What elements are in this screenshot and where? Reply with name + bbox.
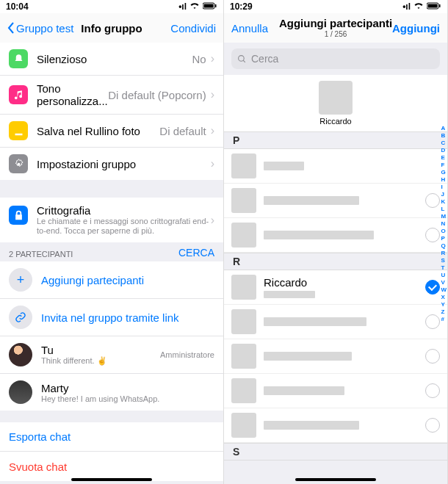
invite-link-label: Invita nel gruppo tramite link	[41, 311, 179, 324]
avatar	[231, 413, 256, 438]
radio-unchecked[interactable]	[425, 314, 440, 329]
member-status: Think different. ✌️	[41, 356, 160, 366]
alpha-F[interactable]: F	[441, 162, 447, 169]
battery-icon	[427, 1, 441, 12]
export-chat-button[interactable]: Esporta chat	[0, 422, 223, 452]
alpha-Y[interactable]: Y	[441, 301, 447, 308]
alpha-U[interactable]: U	[441, 272, 447, 279]
radio-unchecked[interactable]	[425, 193, 440, 208]
redacted-name	[264, 386, 344, 395]
alpha-D[interactable]: D	[441, 147, 447, 154]
alpha-L[interactable]: L	[441, 206, 447, 213]
search-participants-button[interactable]: CERCA	[178, 247, 214, 259]
radio-unchecked[interactable]	[425, 418, 440, 433]
alpha-Q[interactable]: Q	[441, 242, 447, 250]
cancel-button[interactable]: Annulla	[231, 22, 268, 35]
redacted-name	[264, 352, 352, 361]
row-label: Silenzioso	[37, 53, 192, 65]
alpha-Z[interactable]: Z	[441, 308, 447, 316]
alpha-T[interactable]: T	[441, 264, 447, 272]
section-header-R: R	[224, 253, 447, 270]
alpha-S[interactable]: S	[441, 257, 447, 264]
invite-link-button[interactable]: Invita nel gruppo tramite link	[0, 299, 223, 336]
avatar	[231, 378, 256, 403]
contact-row[interactable]	[224, 339, 447, 374]
alpha-A[interactable]: A	[441, 125, 447, 132]
status-right: •ıl	[178, 1, 217, 12]
contact-row[interactable]	[224, 218, 447, 253]
plus-icon: +	[9, 268, 32, 292]
avatar	[319, 81, 353, 115]
alpha-K[interactable]: K	[441, 198, 447, 206]
redacted-name	[264, 196, 359, 205]
search-input[interactable]: Cerca	[231, 48, 440, 69]
alpha-C[interactable]: C	[441, 140, 447, 147]
encryption-row[interactable]: Crittografia Le chiamate e i messaggi so…	[0, 198, 223, 242]
alpha-G[interactable]: G	[441, 169, 447, 176]
back-button[interactable]: Gruppo test	[7, 22, 73, 35]
settings-list: Silenzioso No › Tono personalizza... Di …	[0, 43, 223, 180]
share-button[interactable]: Condividi	[170, 22, 216, 35]
svg-rect-2	[215, 4, 217, 7]
selected-contact-chip[interactable]: Riccardo	[224, 75, 447, 131]
add-button[interactable]: Aggiungi	[392, 22, 440, 35]
alpha-M[interactable]: M	[441, 213, 447, 220]
radio-checked[interactable]	[425, 280, 440, 295]
avatar	[231, 309, 256, 334]
avatar	[9, 380, 32, 404]
contact-name: Riccardo	[264, 276, 418, 289]
participants-header: 2 PARTECIPANTI CERCA	[0, 242, 223, 261]
status-time: 10:29	[230, 1, 253, 12]
alpha-E[interactable]: E	[441, 154, 447, 162]
export-label: Esporta chat	[9, 430, 71, 443]
chip-name: Riccardo	[319, 117, 351, 126]
alpha-#[interactable]: #	[441, 316, 447, 323]
contact-row[interactable]	[224, 184, 447, 218]
lock-icon	[9, 206, 28, 225]
tone-row[interactable]: Tono personalizza... Di default (Popcorn…	[0, 76, 223, 115]
alpha-V[interactable]: V	[441, 279, 447, 286]
alpha-X[interactable]: X	[441, 294, 447, 301]
redacted-name	[264, 162, 304, 170]
contact-row[interactable]	[224, 149, 447, 184]
row-value: Di default (Popcorn)	[108, 89, 206, 101]
alpha-J[interactable]: J	[441, 191, 447, 198]
clear-chat-button[interactable]: Svuota chat	[0, 452, 223, 481]
home-indicator[interactable]	[295, 478, 376, 481]
alpha-index[interactable]: ABCDEFGHIJKLMNOPQRSTUVWXYZ#	[441, 125, 447, 323]
contact-row[interactable]	[224, 408, 447, 443]
add-participants-button[interactable]: + Aggiungi partecipanti	[0, 261, 223, 299]
alpha-W[interactable]: W	[441, 286, 447, 294]
avatar	[231, 275, 256, 300]
status-bar: 10:29 •ıl	[224, 0, 447, 13]
alpha-B[interactable]: B	[441, 132, 447, 140]
contact-row[interactable]	[224, 305, 447, 339]
alpha-I[interactable]: I	[441, 184, 447, 191]
row-label: Tono personalizza...	[37, 82, 108, 107]
radio-unchecked[interactable]	[425, 228, 440, 242]
home-indicator[interactable]	[71, 478, 152, 481]
wifi-icon	[189, 1, 200, 12]
alpha-H[interactable]: H	[441, 176, 447, 184]
member-row[interactable]: Tu Think different. ✌️ Amministratore	[0, 336, 223, 374]
radio-unchecked[interactable]	[425, 383, 440, 398]
svg-rect-6	[439, 4, 441, 7]
alpha-P[interactable]: P	[441, 235, 447, 242]
radio-unchecked[interactable]	[425, 349, 440, 364]
member-name: Marty	[41, 382, 214, 394]
alpha-O[interactable]: O	[441, 228, 447, 235]
member-row[interactable]: Marty Hey there! I am using WhatsApp.	[0, 374, 223, 411]
row-label: Salva nel Rullino foto	[37, 125, 159, 137]
save-camera-roll-row[interactable]: Salva nel Rullino foto Di default ›	[0, 115, 223, 148]
contact-row[interactable]	[224, 374, 447, 408]
redacted-name	[264, 421, 359, 430]
alpha-R[interactable]: R	[441, 250, 447, 257]
row-value: No	[192, 53, 206, 65]
group-settings-row[interactable]: Impostazioni gruppo ›	[0, 148, 223, 180]
contact-row-riccardo[interactable]: Riccardo	[224, 270, 447, 305]
alpha-N[interactable]: N	[441, 220, 447, 228]
silent-row[interactable]: Silenzioso No ›	[0, 43, 223, 76]
chevron-right-icon: ›	[211, 88, 214, 101]
section-header-P: P	[224, 131, 447, 149]
add-participants-screen: 10:29 •ıl Annulla Aggiungi partecipanti …	[224, 0, 448, 484]
